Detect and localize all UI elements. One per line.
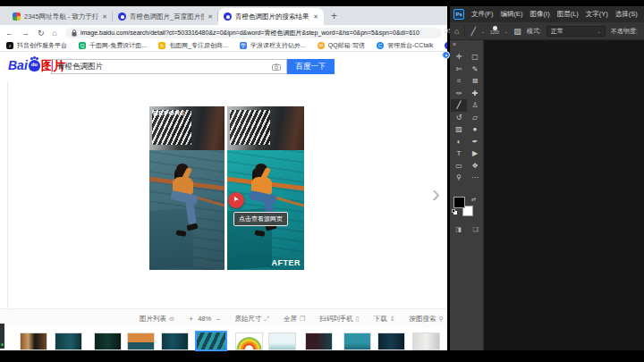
type-tool[interactable]: T: [451, 147, 467, 160]
baidu-image-header: Bai图片 青橙色调图片 百度一下: [0, 52, 447, 81]
viewer-left-divider: [7, 81, 8, 308]
zoom-tool[interactable]: ⚲: [451, 172, 467, 184]
thumbnail[interactable]: [94, 333, 122, 350]
tab-close-icon[interactable]: ✕: [102, 13, 107, 21]
marquee-tool[interactable]: ▢: [467, 51, 483, 63]
quick-mask-icon[interactable]: ◨: [455, 226, 462, 233]
menu-select[interactable]: 选择(S): [615, 10, 638, 19]
thumbnail[interactable]: [161, 333, 189, 350]
thumbnail-selected[interactable]: [195, 331, 227, 351]
image-viewer: BEFORE AFTER: [0, 81, 447, 308]
home-screen-icon[interactable]: ⌂: [454, 27, 459, 36]
thumbnail[interactable]: [343, 333, 371, 350]
forward-icon[interactable]: →: [21, 29, 30, 38]
thumbnail[interactable]: [268, 333, 296, 350]
desktop: 2345网址导航 - 致力于打造百... ✕ 青橙色调图片_百度图片搜索 ✕ 青…: [0, 0, 644, 362]
detail-image[interactable]: BEFORE AFTER: [149, 106, 304, 270]
path-selection-tool[interactable]: ▶: [467, 147, 483, 160]
bookmark-baidu-home[interactable]: b 百度一下，你就知道: [445, 41, 447, 50]
thumbnail[interactable]: [235, 333, 263, 350]
search-by-image-label: 按图搜索: [410, 315, 436, 324]
home-icon[interactable]: ⌂: [53, 29, 57, 38]
swap-colors-icon[interactable]: ⇄: [471, 196, 476, 202]
thumbnail[interactable]: [55, 333, 82, 350]
bookmark-qqmail[interactable]: ✉ QQ邮箱·写信: [318, 41, 365, 50]
view-source-tooltip[interactable]: 点击查看源网页: [233, 212, 288, 226]
clone-stamp-tool[interactable]: ♙: [467, 99, 483, 112]
blend-mode-value: 正常: [551, 27, 564, 36]
brush-preset-icon[interactable]: ╱: [470, 27, 475, 36]
rectangle-tool[interactable]: ▭: [451, 160, 467, 173]
menu-image[interactable]: 图像(I): [530, 10, 550, 19]
scan-to-phone-button[interactable]: 扫码到手机 ▯: [312, 315, 366, 324]
brush-tool-selected[interactable]: ╱: [451, 99, 467, 112]
tab-2345-nav[interactable]: 2345网址导航 - 致力于打造百... ✕: [7, 8, 113, 25]
thumbnail[interactable]: [412, 333, 440, 350]
healing-brush-tool[interactable]: ✚: [467, 88, 483, 100]
chevron-down-icon[interactable]: ⌄: [504, 29, 508, 34]
blur-tool[interactable]: ●: [467, 123, 483, 136]
image-list-button[interactable]: 图片列表 ⊖: [132, 315, 182, 324]
tab-close-icon[interactable]: ✕: [313, 13, 318, 21]
zoom-in-button[interactable]: +: [189, 315, 193, 324]
tab-close-icon[interactable]: ✕: [208, 13, 213, 21]
camera-search-icon[interactable]: [272, 63, 281, 71]
bookmark-qiantu[interactable]: Q 千图网-免费设计图...: [79, 41, 147, 50]
fullscreen-label: 全屏: [284, 315, 297, 324]
dodge-tool[interactable]: ◐: [451, 136, 467, 148]
lasso-tool[interactable]: ✄: [451, 63, 467, 76]
frame-tool[interactable]: ⊠: [467, 75, 483, 88]
bookmark-cctalk[interactable]: C 管理后台-CCtalk: [377, 41, 433, 50]
chevron-down-icon[interactable]: ⌄: [481, 29, 485, 34]
screen-mode-icon[interactable]: ❏: [472, 226, 478, 233]
baidu-search-button[interactable]: 百度一下: [287, 59, 335, 74]
foreground-color-swatch[interactable]: [453, 197, 465, 208]
zoom-out-button[interactable]: −: [216, 315, 220, 324]
history-brush-tool[interactable]: ↺: [451, 112, 467, 124]
bookmark-douyin[interactable]: ♪ 抖音创作服务平台: [6, 41, 67, 50]
bookmark-baotu[interactable]: b 包图网_专注原创商...: [158, 41, 228, 50]
url-text: image.baidu.com/search/detail?ct=5033164…: [80, 29, 419, 38]
image-search-input[interactable]: 青橙色调图片: [51, 59, 287, 74]
tab-baidu-search-results-active[interactable]: 青橙色调图片的搜索结果_百度... ✕: [218, 8, 324, 25]
menu-edit[interactable]: 编辑(E): [501, 10, 523, 19]
reload-icon[interactable]: ↻: [38, 29, 45, 38]
favicon-baidu: [118, 13, 126, 21]
brush-settings-panel-icon[interactable]: ▨: [513, 27, 521, 36]
pen-tool[interactable]: ✒: [467, 136, 483, 148]
original-size-label: 原始尺寸: [234, 315, 261, 324]
collapse-panel-icon[interactable]: «: [453, 41, 456, 47]
hand-tool[interactable]: ❖: [467, 160, 483, 173]
back-icon[interactable]: ←: [5, 29, 13, 38]
move-tool[interactable]: ✛: [451, 51, 467, 63]
menu-file[interactable]: 文件(F): [471, 10, 494, 19]
tab-baidu-image-search[interactable]: 青橙色调图片_百度图片搜索 ✕: [113, 8, 218, 25]
new-tab-button[interactable]: +: [331, 10, 337, 25]
edge-floating-widget[interactable]: [0, 324, 4, 349]
address-bar[interactable]: image.baidu.com/search/detail?ct=5033164…: [65, 28, 442, 38]
thumbnail[interactable]: [20, 333, 47, 350]
eyedropper-tool[interactable]: ✑: [451, 88, 467, 100]
viewer-toolbar: 图片列表 ⊖ + 48% − 原始尺寸 ⤢ 全屏 ❐ 扫码到手机 ▯: [0, 308, 447, 328]
next-image-arrow[interactable]: ›: [432, 181, 440, 206]
default-colors-icon[interactable]: [452, 209, 455, 213]
thumbnail[interactable]: [305, 333, 333, 350]
bookmark-xuelang[interactable]: 学 学浪课程支持钻外...: [240, 41, 306, 50]
search-by-image-button[interactable]: 按图搜索 ⚲: [402, 315, 451, 324]
brush-size-picker[interactable]: 1200: [490, 26, 499, 36]
eraser-tool[interactable]: ▱: [467, 112, 483, 124]
thumbnail[interactable]: [127, 333, 155, 350]
edit-toolbar-icon[interactable]: ⋯: [467, 172, 483, 184]
menu-layer[interactable]: 图层(L): [557, 10, 579, 19]
thumbnail[interactable]: [377, 333, 405, 350]
menu-type[interactable]: 文字(Y): [586, 10, 608, 19]
blend-mode-select[interactable]: 正常 ⌄: [547, 26, 606, 37]
gradient-tool[interactable]: ▨: [451, 123, 467, 136]
original-size-button[interactable]: 原始尺寸 ⤢: [227, 315, 276, 324]
download-icon: ↧: [390, 316, 395, 323]
download-button[interactable]: 下载 ↧: [367, 315, 402, 324]
notification-badge-icon[interactable]: [442, 51, 450, 59]
fullscreen-button[interactable]: 全屏 ❐: [276, 315, 312, 324]
crop-tool[interactable]: ⌗: [451, 75, 467, 88]
quick-selection-tool[interactable]: ✎: [467, 63, 483, 76]
